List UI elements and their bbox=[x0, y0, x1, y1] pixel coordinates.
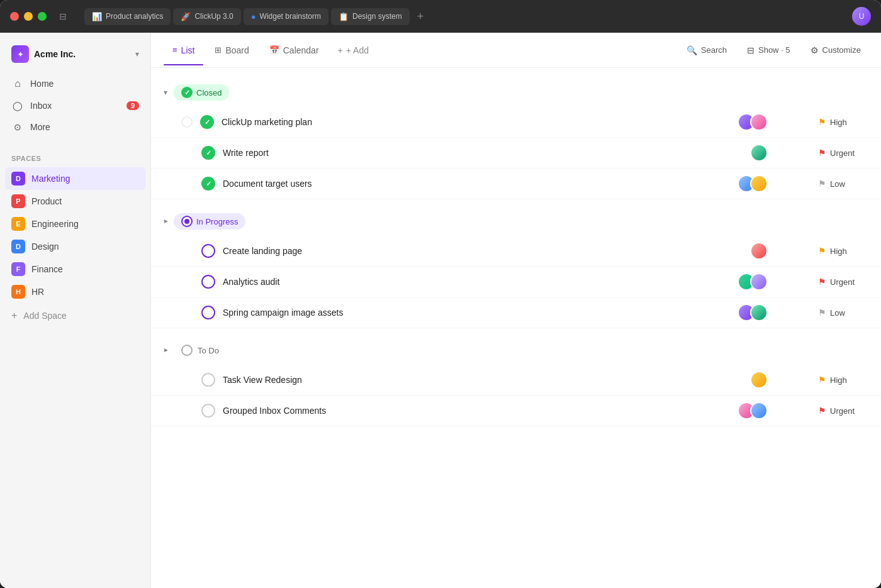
add-view-icon: + bbox=[338, 45, 343, 55]
task-avatars bbox=[738, 402, 768, 419]
add-space-icon: + bbox=[11, 310, 17, 321]
avatar bbox=[750, 304, 768, 321]
sidebar-toggle-icon[interactable]: ⊟ bbox=[59, 11, 69, 21]
tab-analytics-label: Product analytics bbox=[106, 12, 163, 21]
task-row[interactable]: ⠿ Task View Redesign ⚑ High bbox=[151, 365, 881, 396]
tab-widget[interactable]: ● Widget brainstorm bbox=[244, 8, 328, 25]
sidebar-item-home[interactable]: ⌂ Home bbox=[5, 73, 145, 94]
tab-design[interactable]: 📋 Design system bbox=[331, 8, 410, 25]
task-row[interactable]: ⠿ ✓ ClickUp marketing plan ⚑ High bbox=[151, 107, 881, 138]
sidebar-item-engineering[interactable]: E Engineering bbox=[5, 213, 145, 235]
priority-label: Urgent bbox=[830, 277, 855, 287]
add-view-label: + Add bbox=[346, 45, 369, 55]
closed-status-icon: ✓ bbox=[181, 87, 193, 98]
task-avatars bbox=[738, 175, 768, 192]
inbox-icon: ◯ bbox=[11, 101, 24, 111]
priority-badge: ⚑ Low bbox=[818, 308, 868, 318]
avatar bbox=[750, 402, 768, 419]
task-status-closed-icon: ✓ bbox=[200, 115, 214, 129]
home-icon: ⌂ bbox=[11, 78, 24, 89]
task-row[interactable]: ⠿ ✓ Write report ⚑ Urgent bbox=[151, 138, 881, 169]
user-avatar[interactable]: U bbox=[852, 7, 871, 26]
task-checkbox[interactable] bbox=[181, 116, 193, 128]
calendar-tab-icon: 📅 bbox=[269, 45, 279, 55]
task-status-todo-icon bbox=[201, 373, 215, 387]
task-row[interactable]: ⠿ Spring campaign image assets ⚑ Low bbox=[151, 297, 881, 328]
inbox-badge: 9 bbox=[126, 101, 139, 110]
inprogress-chevron-icon[interactable]: ▾ bbox=[161, 219, 170, 223]
design-icon: 📋 bbox=[339, 12, 349, 21]
tab-widget-label: Widget brainstorm bbox=[260, 12, 321, 21]
add-view-button[interactable]: + + Add bbox=[330, 40, 376, 60]
group-header-inprogress[interactable]: ▾ In Progress bbox=[151, 207, 881, 236]
task-title: Document target users bbox=[223, 179, 738, 189]
sidebar-item-inbox[interactable]: ◯ Inbox 9 bbox=[5, 96, 145, 116]
sidebar-item-hr[interactable]: H HR bbox=[5, 280, 145, 303]
priority-label: Urgent bbox=[830, 148, 855, 158]
task-avatars bbox=[750, 371, 768, 389]
spaces-section-label: Spaces bbox=[5, 152, 145, 165]
add-tab-button[interactable]: + bbox=[412, 8, 429, 26]
inprogress-status-icon bbox=[181, 216, 193, 227]
tab-board[interactable]: ⊞ Board bbox=[206, 40, 257, 60]
sidebar-item-more[interactable]: ⊙ More bbox=[5, 117, 145, 137]
priority-label: Urgent bbox=[830, 406, 855, 416]
priority-badge: ⚑ High bbox=[818, 375, 868, 385]
avatar bbox=[750, 242, 768, 260]
product-dot: P bbox=[11, 194, 25, 208]
spaces-list: D Marketing P Product E Engineering D De… bbox=[5, 167, 145, 303]
task-status-inprogress-icon bbox=[201, 306, 215, 319]
task-avatars bbox=[750, 242, 768, 260]
show-button[interactable]: ⊟ Show · 5 bbox=[739, 41, 798, 60]
clickup-icon: 🚀 bbox=[181, 12, 191, 21]
closed-chevron-icon[interactable]: ▾ bbox=[164, 88, 167, 97]
more-label: More bbox=[30, 122, 50, 132]
task-avatars bbox=[750, 144, 768, 162]
sidebar-item-marketing[interactable]: D Marketing bbox=[5, 167, 145, 190]
inprogress-group-badge: In Progress bbox=[174, 213, 245, 230]
list-tab-icon: ≡ bbox=[172, 45, 177, 55]
workspace-header[interactable]: ✦ Acme Inc. ▾ bbox=[5, 40, 145, 68]
more-icon: ⊙ bbox=[11, 122, 24, 132]
tab-list[interactable]: ≡ List bbox=[164, 40, 203, 60]
task-row[interactable]: ⠿ Analytics audit ⚑ Urgent bbox=[151, 267, 881, 297]
tab-design-label: Design system bbox=[352, 12, 402, 21]
app-window: ⊟ 📊 Product analytics 🚀 ClickUp 3.0 ● Wi… bbox=[0, 0, 881, 588]
tab-analytics[interactable]: 📊 Product analytics bbox=[84, 8, 171, 25]
sidebar-item-product[interactable]: P Product bbox=[5, 190, 145, 213]
customize-button[interactable]: ⚙ Customize bbox=[803, 41, 868, 60]
task-title: Grouped Inbox Comments bbox=[223, 406, 738, 416]
analytics-icon: 📊 bbox=[92, 12, 102, 21]
task-avatars bbox=[738, 113, 768, 131]
task-row[interactable]: ⠿ ✓ Document target users ⚑ Low bbox=[151, 169, 881, 199]
search-button[interactable]: 🔍 Search bbox=[679, 41, 734, 60]
home-label: Home bbox=[30, 79, 53, 89]
product-label: Product bbox=[31, 196, 62, 206]
design-dot: D bbox=[11, 240, 25, 253]
todo-status-icon bbox=[181, 345, 193, 356]
flag-icon: ⚑ bbox=[818, 246, 826, 256]
close-button[interactable] bbox=[10, 12, 19, 21]
add-space-button[interactable]: + Add Space bbox=[5, 306, 145, 326]
add-space-label: Add Space bbox=[23, 311, 67, 321]
maximize-button[interactable] bbox=[38, 12, 47, 21]
titlebar-tabs: 📊 Product analytics 🚀 ClickUp 3.0 ● Widg… bbox=[84, 8, 429, 26]
group-header-closed[interactable]: ▾ ✓ Closed bbox=[151, 78, 881, 107]
todo-chevron-icon[interactable]: ▾ bbox=[161, 348, 170, 352]
task-row[interactable]: ⠿ Create landing page ⚑ High bbox=[151, 236, 881, 267]
task-row[interactable]: ⠿ Grouped Inbox Comments ⚑ Urgent bbox=[151, 396, 881, 426]
sidebar-item-finance[interactable]: F Finance bbox=[5, 258, 145, 280]
task-title: Analytics audit bbox=[223, 277, 738, 287]
task-title: Task View Redesign bbox=[223, 375, 750, 385]
minimize-button[interactable] bbox=[24, 12, 33, 21]
todo-group-badge: To Do bbox=[174, 342, 227, 358]
task-status-inprogress-icon bbox=[201, 275, 215, 289]
flag-icon: ⚑ bbox=[818, 277, 826, 287]
tab-clickup[interactable]: 🚀 ClickUp 3.0 bbox=[173, 8, 240, 25]
sidebar-item-design[interactable]: D Design bbox=[5, 235, 145, 258]
priority-badge: ⚑ High bbox=[818, 246, 868, 256]
tab-calendar[interactable]: 📅 Calendar bbox=[261, 40, 328, 60]
board-tab-label: Board bbox=[225, 45, 249, 55]
group-header-todo[interactable]: ▾ To Do bbox=[151, 336, 881, 365]
view-tabs: ≡ List ⊞ Board 📅 Calendar + + Add bbox=[164, 40, 376, 60]
